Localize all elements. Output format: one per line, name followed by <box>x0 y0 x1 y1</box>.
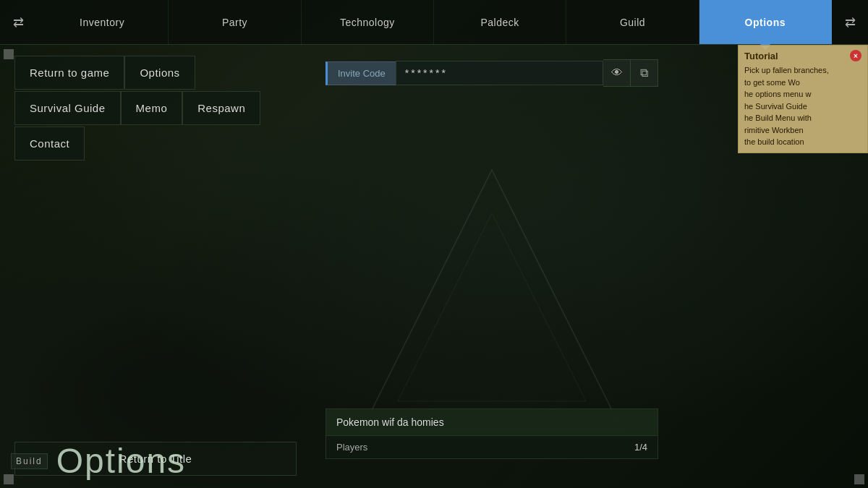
return-to-game-button[interactable]: Return to game <box>14 56 124 90</box>
navbar: ⇄ InventoryPartyTechnologyPaldeckGuildOp… <box>0 0 868 45</box>
menu-buttons: Return to gameOptionsSurvival GuideMemoR… <box>14 56 297 162</box>
minimize-bottom-left <box>4 474 14 484</box>
nav-tab-guild[interactable]: Guild <box>566 0 699 44</box>
contact-button[interactable]: Contact <box>14 127 85 160</box>
respawn-button[interactable]: Respawn <box>182 91 260 125</box>
nav-arrow-right[interactable]: ⇄ <box>832 0 868 45</box>
nav-tabs: InventoryPartyTechnologyPaldeckGuildOpti… <box>36 0 832 44</box>
invite-copy-button[interactable]: ⧉ <box>631 59 658 87</box>
minimize-bottom-right <box>854 474 864 484</box>
server-players-row: Players 1/4 <box>326 436 658 458</box>
tutorial-header: Tutorial × <box>744 50 861 61</box>
page-title: Options <box>56 441 186 481</box>
players-value: 1/4 <box>634 442 647 453</box>
build-icon-label: Build <box>11 453 48 469</box>
memo-button[interactable]: Memo <box>121 91 183 125</box>
options-button[interactable]: Options <box>124 56 195 90</box>
bottom-title-area: Build Options <box>11 441 186 481</box>
tutorial-close-button[interactable]: × <box>850 50 861 61</box>
spacer <box>14 162 297 442</box>
nav-tab-paldeck[interactable]: Paldeck <box>434 0 566 44</box>
players-label: Players <box>336 442 367 453</box>
invite-label: Invite Code <box>326 61 396 85</box>
nav-tab-party[interactable]: Party <box>169 0 301 44</box>
minimize-top-left <box>4 49 14 59</box>
server-card: Pokemon wif da homies Players 1/4 <box>326 408 658 459</box>
left-panel: Return to gameOptionsSurvival GuideMemoR… <box>0 45 311 488</box>
nav-tab-inventory[interactable]: Inventory <box>36 0 169 44</box>
server-name: Pokemon wif da homies <box>326 409 658 436</box>
tutorial-text: Pick up fallen branches,to get some Wohe… <box>744 64 861 148</box>
nav-tab-technology[interactable]: Technology <box>302 0 434 44</box>
invite-eye-button[interactable]: 👁 <box>603 59 631 87</box>
tutorial-panel: Tutorial × Pick up fallen branches,to ge… <box>738 45 868 153</box>
tutorial-title: Tutorial <box>744 51 778 61</box>
survival-guide-button[interactable]: Survival Guide <box>14 91 121 125</box>
invite-input[interactable] <box>396 61 603 85</box>
invite-section: Invite Code 👁 ⧉ <box>326 59 658 87</box>
nav-arrow-left[interactable]: ⇄ <box>0 0 36 45</box>
nav-tab-options[interactable]: Options <box>699 0 832 44</box>
